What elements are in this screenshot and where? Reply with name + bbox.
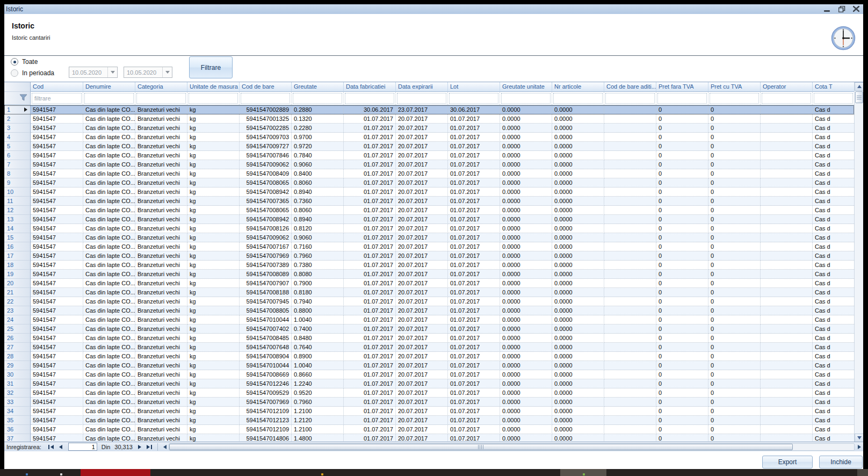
cell-cod-de-bare-aditional[interactable] (604, 334, 656, 343)
cell-categoria[interactable]: Branzeturi vechi (135, 416, 187, 425)
cell-lot[interactable]: 01.07.2017 (448, 288, 500, 297)
cell-greutate-unitate[interactable]: 0.0000 (500, 133, 552, 142)
cell-cod-de-bare-aditional[interactable] (604, 279, 656, 288)
cell-greutate[interactable]: 0.7640 (292, 343, 344, 352)
scroll-up-button[interactable] (855, 82, 863, 91)
cell-denumire[interactable]: Cas din lapte CO... (83, 197, 135, 206)
cell-cod-de-bare[interactable]: 5941547007167 (240, 242, 292, 251)
cell-pret-cu-tva[interactable]: 0 (708, 324, 761, 334)
table-row[interactable]: 135941547Cas din lapte CO...Branzeturi v… (4, 215, 854, 224)
cell-nr-articole[interactable]: 0.0000 (552, 233, 604, 242)
table-row[interactable]: 175941547Cas din lapte CO...Branzeturi v… (4, 251, 854, 261)
cell-lot[interactable]: 01.07.2017 (448, 416, 500, 425)
cell-operator[interactable] (761, 151, 813, 160)
cell-categoria[interactable]: Branzeturi vechi (135, 352, 187, 361)
radio-toate-control[interactable] (11, 58, 18, 66)
cell-cota[interactable]: Cas d (813, 279, 854, 288)
row-header[interactable]: 37 (4, 434, 31, 442)
cell-data-expirarii[interactable]: 20.07.2017 (396, 133, 448, 142)
cell-denumire[interactable]: Cas din lapte CO... (83, 270, 135, 279)
table-row[interactable]: 195941547Cas din lapte CO...Branzeturi v… (4, 270, 854, 279)
table-row[interactable]: 285941547Cas din lapte CO...Branzeturi v… (4, 352, 854, 361)
row-header[interactable]: 3 (4, 124, 31, 133)
cell-cod-de-bare[interactable]: 5941547008089 (240, 270, 292, 279)
cell-data-fabricatiei[interactable]: 01.07.2017 (344, 306, 396, 315)
cell-greutate-unitate[interactable]: 0.0000 (500, 370, 552, 379)
cell-greutate[interactable]: 0.9720 (292, 142, 344, 151)
cell-cod-de-bare[interactable]: 5941547008409 (240, 169, 292, 178)
cell-data-fabricatiei[interactable]: 01.07.2017 (344, 251, 396, 261)
cell-data-fabricatiei[interactable]: 01.07.2017 (344, 288, 396, 297)
cell-unitate-de-masura[interactable]: kg (187, 324, 240, 334)
cell-unitate-de-masura[interactable]: kg (187, 242, 240, 251)
cell-greutate[interactable]: 0.7160 (292, 242, 344, 251)
cell-cod[interactable]: 5941547 (31, 160, 83, 169)
cell-cod[interactable]: 5941547 (31, 169, 83, 178)
cell-cod-de-bare-aditional[interactable] (604, 343, 656, 352)
cell-greutate-unitate[interactable]: 0.0000 (500, 242, 552, 251)
cell-nr-articole[interactable]: 0.0000 (552, 169, 604, 178)
cell-nr-articole[interactable]: 0.0000 (552, 361, 604, 370)
table-row[interactable]: 245941547Cas din lapte CO...Branzeturi v… (4, 315, 854, 324)
cell-denumire[interactable]: Cas din lapte CO... (83, 379, 135, 388)
cell-cod-de-bare-aditional[interactable] (604, 178, 656, 187)
filter-input-nr-articole[interactable] (553, 93, 603, 104)
cell-cota[interactable]: Cas d (813, 242, 854, 251)
cell-denumire[interactable]: Cas din lapte CO... (83, 114, 135, 124)
cell-cota[interactable]: Cas d (813, 352, 854, 361)
row-header[interactable]: 11 (4, 197, 31, 206)
cell-pret-fara-tva[interactable]: 0 (656, 279, 708, 288)
cell-greutate-unitate[interactable]: 0.0000 (500, 160, 552, 169)
cell-operator[interactable] (761, 197, 813, 206)
cell-unitate-de-masura[interactable]: kg (187, 388, 240, 398)
row-header[interactable]: 12 (4, 206, 31, 215)
cell-data-fabricatiei[interactable]: 01.07.2017 (344, 370, 396, 379)
cell-cod[interactable]: 5941547 (31, 206, 83, 215)
cell-greutate-unitate[interactable]: 0.0000 (500, 114, 552, 124)
cell-cod[interactable]: 5941547 (31, 416, 83, 425)
cell-nr-articole[interactable]: 0.0000 (552, 197, 604, 206)
cell-operator[interactable] (761, 124, 813, 133)
cell-pret-cu-tva[interactable]: 0 (708, 178, 761, 187)
cell-greutate-unitate[interactable]: 0.0000 (500, 151, 552, 160)
cell-cod[interactable]: 5941547 (31, 178, 83, 187)
cell-cod[interactable]: 5941547 (31, 398, 83, 407)
cell-denumire[interactable]: Cas din lapte CO... (83, 416, 135, 425)
row-header[interactable]: 26 (4, 334, 31, 343)
cell-denumire[interactable]: Cas din lapte CO... (83, 224, 135, 233)
cell-cod-de-bare-aditional[interactable] (604, 379, 656, 388)
row-header[interactable]: 1 (4, 105, 31, 114)
cell-greutate-unitate[interactable]: 0.0000 (500, 279, 552, 288)
cell-pret-cu-tva[interactable]: 0 (708, 379, 761, 388)
cell-cod-de-bare[interactable]: 5941547001325 (240, 114, 292, 124)
cell-greutate[interactable]: 0.8060 (292, 206, 344, 215)
cell-categoria[interactable]: Branzeturi vechi (135, 251, 187, 261)
cell-denumire[interactable]: Cas din lapte CO... (83, 315, 135, 324)
cell-nr-articole[interactable]: 0.0000 (552, 114, 604, 124)
cell-cod-de-bare-aditional[interactable] (604, 151, 656, 160)
cell-lot[interactable]: 01.07.2017 (448, 215, 500, 224)
cell-cod-de-bare-aditional[interactable] (604, 324, 656, 334)
cell-nr-articole[interactable]: 0.0000 (552, 206, 604, 215)
cell-greutate[interactable]: 0.1320 (292, 114, 344, 124)
table-row[interactable]: 355941547Cas din lapte CO...Branzeturi v… (4, 416, 854, 425)
cell-data-expirarii[interactable]: 23.07.2017 (396, 105, 448, 114)
cell-pret-fara-tva[interactable]: 0 (656, 425, 708, 434)
cell-data-fabricatiei[interactable]: 01.07.2017 (344, 270, 396, 279)
cell-cota[interactable]: Cas d (813, 361, 854, 370)
cell-cod-de-bare-aditional[interactable] (604, 352, 656, 361)
cell-greutate[interactable]: 0.8800 (292, 306, 344, 315)
cell-pret-cu-tva[interactable]: 0 (708, 297, 761, 306)
cell-cota[interactable]: Cas d (813, 160, 854, 169)
cell-data-fabricatiei[interactable]: 01.07.2017 (344, 279, 396, 288)
cell-categoria[interactable]: Branzeturi vechi (135, 206, 187, 215)
cell-pret-fara-tva[interactable]: 0 (656, 324, 708, 334)
table-row[interactable]: 115941547Cas din lapte CO...Branzeturi v… (4, 197, 854, 206)
cell-lot[interactable]: 01.07.2017 (448, 398, 500, 407)
table-row[interactable]: 155941547Cas din lapte CO...Branzeturi v… (4, 233, 854, 242)
cell-greutate-unitate[interactable]: 0.0000 (500, 324, 552, 334)
cell-data-expirarii[interactable]: 20.07.2017 (396, 151, 448, 160)
cell-nr-articole[interactable]: 0.0000 (552, 187, 604, 197)
row-header[interactable]: 34 (4, 407, 31, 416)
cell-nr-articole[interactable]: 0.0000 (552, 388, 604, 398)
